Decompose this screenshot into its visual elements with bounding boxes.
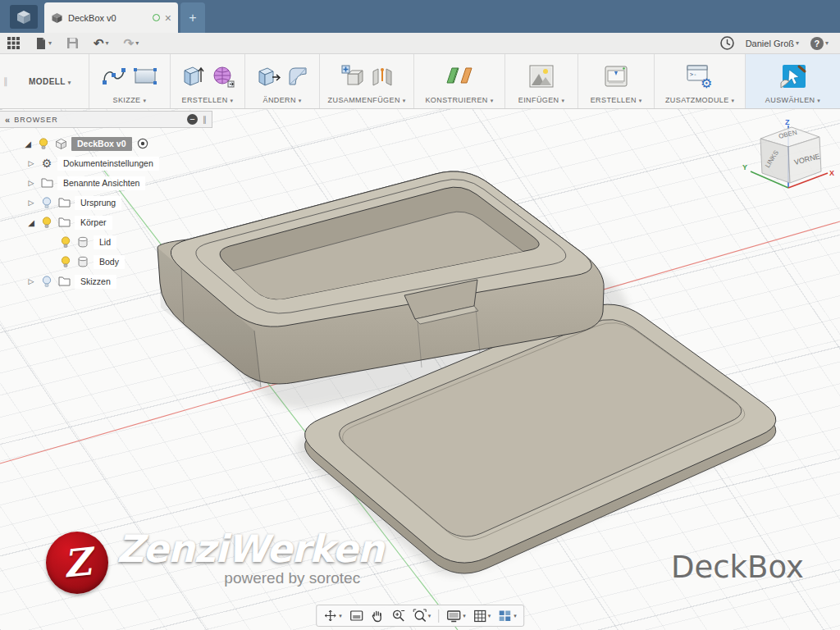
folder-icon [57,196,71,209]
tree-label-doc-settings[interactable]: Dokumenteinstellungen [57,157,159,171]
save-button[interactable] [66,37,79,49]
look-at-button[interactable] [349,609,363,622]
press-pull-icon[interactable] [256,65,281,88]
expander-icon[interactable]: ▷ [26,199,36,207]
pan-button[interactable] [371,609,384,623]
tree-row-bodies-folder[interactable]: ◢ Körper [0,213,212,231]
group-label-erstellen-make[interactable]: ERSTELLEN [591,96,637,104]
tree-label-root[interactable]: DeckBox v0 [71,137,132,151]
viewports-caret: ▾ [514,613,517,619]
tree-row-doc-settings[interactable]: ▷ ⚙ Dokumenteinstellungen [0,154,212,172]
display-settings-button[interactable]: ▾ [446,609,466,623]
tree-label-lid[interactable]: Lid [94,235,116,249]
undo-icon: ↶ [94,37,104,49]
tree-row-body[interactable]: Body [0,253,212,271]
display-settings-icon [446,609,461,623]
tree-row-sketches[interactable]: ▷ Skizzen [0,272,212,290]
skizze-caret: ▾ [143,98,146,103]
select-icon[interactable] [779,63,807,89]
document-tab[interactable]: DeckBox v0 × [44,2,178,33]
file-icon [35,37,47,50]
expander-icon[interactable]: ▷ [26,179,36,187]
expander-icon[interactable]: ▷ [26,277,36,285]
expander-icon[interactable]: ◢ [26,218,36,227]
minimize-browser-icon[interactable]: − [187,114,198,125]
app-grid-button[interactable] [7,36,21,50]
group-label-konstruieren[interactable]: KONSTRUIEREN [425,96,487,104]
3d-print-icon[interactable] [603,64,629,89]
tree-label-origin[interactable]: Ursprung [75,196,121,210]
group-label-erstellen[interactable]: ERSTELLEN [182,96,228,104]
tree-row-lid[interactable]: Lid [0,233,212,251]
tree-row-origin[interactable]: ▷ Ursprung [0,194,212,212]
new-tab-button[interactable]: + [180,2,205,33]
visibility-bulb-on-icon[interactable] [40,216,53,229]
viewports-button[interactable]: ▾ [498,609,517,623]
user-menu[interactable]: Daniel Groß ▾ [746,39,799,48]
tab-strip: DeckBox v0 × + [0,0,840,33]
visibility-bulb-on-icon[interactable] [59,235,72,249]
toolbar-grip[interactable]: ∥ [0,54,11,108]
workspace-selector[interactable]: MODELL ▾ [11,54,89,108]
svg-text:⚙: ⚙ [701,76,712,89]
group-label-aendern[interactable]: ÄNDERN [263,96,296,104]
group-label-einfuegen[interactable]: EINFÜGEN [518,96,559,104]
zoom-button[interactable] [391,609,405,623]
insert-image-icon[interactable] [528,64,555,89]
save-icon [66,37,79,49]
group-label-zusammenfuegen[interactable]: ZUSAMMENFÜGEN [328,96,400,104]
group-label-zusatzmodule[interactable]: ZUSATZMODULE [665,96,729,104]
combine-icon[interactable] [340,64,364,89]
grid-menu-icon [7,36,21,50]
zoom-icon [391,609,405,623]
sketch-rectangle-icon[interactable] [133,66,158,86]
grid-settings-button[interactable]: ▾ [473,609,491,623]
tree-label-sketches[interactable]: Skizzen [75,275,116,289]
group-label-auswaehlen[interactable]: AUSWÄHLEN [765,96,815,104]
add-ins-icon[interactable]: >- ⚙ [686,64,714,89]
view-cube[interactable]: OBEN LINKS VORNE Z Y X [741,117,838,209]
fusion360-window: DeckBox v0 × + ▾ [0,0,840,630]
joint-icon[interactable] [371,65,394,88]
visibility-bulb-on-icon[interactable] [37,137,50,150]
tab-close-icon[interactable]: × [165,12,171,24]
folder-icon [57,275,71,288]
visibility-bulb-off-icon[interactable] [40,196,53,209]
browser-header: « BROWSER − ∥ [0,111,212,128]
orbit-icon [323,609,337,623]
extrude-icon[interactable] [180,64,205,89]
collapse-panel-icon[interactable]: « [5,115,9,125]
redo-button[interactable]: ↷ ▾ [124,37,139,49]
z-axis-label: Z [785,118,790,126]
zoom-window-icon [413,609,427,623]
visibility-bulb-off-icon[interactable] [40,275,53,288]
solid-body-icon [76,255,89,268]
tree-row-named-views[interactable]: ▷ Benannte Ansichten [0,174,212,192]
help-menu[interactable]: ? ▾ [810,37,829,50]
auswaehlen-caret: ▾ [817,98,820,103]
construction-plane-icon[interactable] [445,65,473,88]
activate-radio-icon[interactable] [136,137,149,150]
tree-label-bodies[interactable]: Körper [75,216,112,230]
sketch-spline-icon[interactable] [102,66,126,87]
fit-button[interactable]: ▾ [413,609,431,623]
notification-clock-icon[interactable] [720,36,734,50]
toolbar-group-aendern: ÄNDERN ▾ [245,54,320,108]
visibility-bulb-on-icon[interactable] [59,255,72,268]
expander-icon[interactable]: ▷ [26,159,36,167]
quick-access-toolbar: ▾ ↶ ▾ ↷ ▾ Daniel Groß ▾ [0,33,840,54]
undo-button[interactable]: ↶ ▾ [94,37,109,49]
form-icon[interactable] [212,65,235,88]
fillet-icon[interactable] [287,66,308,87]
tree-label-body[interactable]: Body [94,255,125,269]
file-menu-button[interactable]: ▾ [35,37,52,50]
tree-label-named-views[interactable]: Benannte Ansichten [57,176,145,190]
browser-panel: « BROWSER − ∥ ◢ DeckBox v0 ▷ ⚙ [0,111,212,290]
orbit-button[interactable]: ▾ [323,609,342,623]
undo-caret: ▾ [106,39,109,47]
group-label-skizze[interactable]: SKIZZE [113,96,141,104]
tree-row-root[interactable]: ◢ DeckBox v0 [0,135,212,153]
toolbar-group-konstruieren: KONSTRUIEREN ▾ [414,54,505,108]
expander-icon[interactable]: ◢ [23,139,33,148]
panel-grip-icon[interactable]: ∥ [203,115,207,124]
